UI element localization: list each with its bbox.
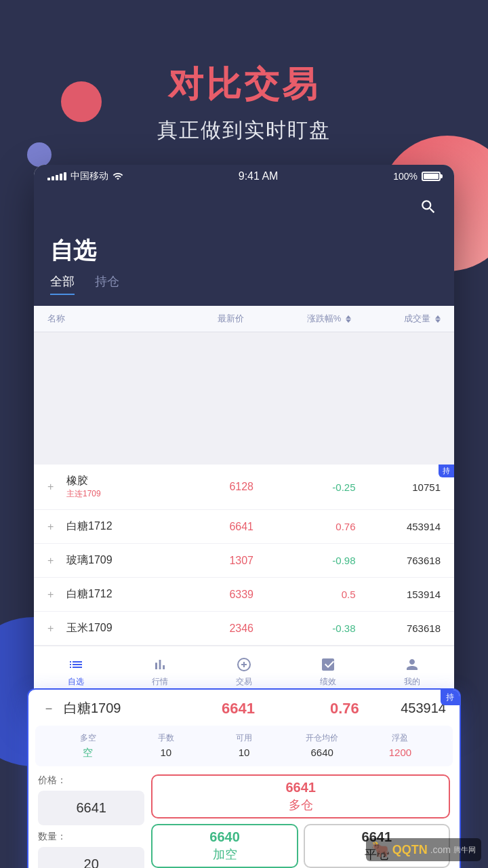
nav-profile[interactable]: 我的 — [370, 652, 454, 692]
sort-down-vol — [435, 319, 441, 323]
list-icon — [67, 656, 85, 673]
expanded-stock-info: － 白糖1709 6641 0.76 453914 — [28, 690, 460, 717]
nav-profile-label: 我的 — [404, 676, 420, 688]
tab-position[interactable]: 持仓 — [95, 273, 119, 295]
trade-icon — [235, 656, 253, 673]
watermark-brand: QQTN — [392, 843, 428, 857]
stock-name-4: 白糖1712 — [66, 587, 169, 601]
sort-up-vol — [435, 315, 441, 319]
add-short-button[interactable]: 6640 加空 — [151, 824, 298, 868]
pos-float-value: 1200 — [361, 747, 439, 758]
stock-price-2: 6641 — [169, 521, 253, 533]
chart-bar-icon — [151, 656, 169, 673]
sort-arrows-volume — [435, 315, 441, 323]
stock-volume-1: 10751 — [356, 481, 441, 493]
stock-volume-2: 453914 — [356, 521, 441, 532]
th-volume[interactable]: 成交量 — [351, 313, 441, 325]
signal-dot-2 — [52, 176, 54, 180]
watermark-site: 腾牛网 — [453, 845, 476, 855]
collapse-button[interactable]: － — [42, 699, 58, 717]
pos-direction-value: 空 — [49, 747, 127, 760]
signal-dot-1 — [47, 178, 50, 180]
table-header: 名称 最新价 涨跌幅% 成交量 — [34, 306, 454, 332]
pos-avg-value: 6640 — [283, 747, 361, 758]
stock-list: 持 + 橡胶 主连1709 6128 -0.25 10751 + 白糖1712 … — [34, 465, 454, 646]
signal-dot-4 — [60, 174, 62, 180]
list-item[interactable]: + 玉米1709 2346 -0.38 763618 — [34, 612, 454, 646]
nav-market-label: 行情 — [152, 676, 168, 688]
phone-mockup: 中国移动 9:41 AM 100% 自选 全部 持仓 名称 — [34, 165, 454, 705]
stock-change-2: 0.76 — [253, 521, 356, 532]
stock-change-3: -0.98 — [253, 555, 356, 566]
stock-change-5: -0.38 — [253, 623, 356, 634]
main-content: 持 － 白糖1709 6641 0.76 453914 多空 空 手数 — [34, 465, 454, 646]
stock-change-1: -0.25 — [253, 481, 356, 493]
sort-up — [346, 315, 351, 319]
stock-info-1: 橡胶 主连1709 — [66, 474, 169, 500]
buy-long-button[interactable]: 6641 多仓 — [151, 774, 450, 818]
nav-market[interactable]: 行情 — [118, 652, 202, 692]
nav-watchlist[interactable]: 自选 — [34, 652, 118, 692]
watchlist-title: 自选 — [50, 235, 438, 267]
plus-button-4[interactable]: + — [47, 589, 61, 601]
position-info: 多空 空 手数 10 可用 10 开仓均价 6640 浮盈 1200 — [35, 726, 453, 766]
nav-watchlist-label: 自选 — [68, 676, 84, 688]
qty-input[interactable]: 20 — [38, 847, 144, 868]
battery-percent: 100% — [393, 171, 418, 182]
status-time: 9:41 AM — [239, 170, 279, 182]
price-input-group: 价格： 6641 数量： 20 — [38, 774, 144, 868]
stock-price-1: 6128 — [169, 481, 253, 493]
expanded-stock-price: 6641 — [168, 700, 255, 717]
battery-fill — [424, 174, 439, 179]
list-item[interactable]: + 白糖1712 6641 0.76 453914 — [34, 510, 454, 544]
stock-name-5: 玉米1709 — [66, 621, 169, 635]
pos-hands-value: 10 — [127, 747, 205, 758]
stock-info-3: 玻璃1709 — [66, 553, 169, 568]
plus-button-2[interactable]: + — [47, 521, 61, 533]
stock-sub-1: 主连1709 — [66, 488, 169, 500]
pos-float: 浮盈 1200 — [361, 732, 439, 760]
stock-info-4: 白糖1712 — [66, 587, 169, 601]
wifi-icon — [113, 171, 123, 182]
expanded-row-main: － 白糖1709 6641 0.76 453914 — [42, 699, 446, 717]
pos-direction: 多空 空 — [49, 732, 127, 760]
hero-section: 对比交易 真正做到实时盯盘 — [0, 0, 488, 165]
plus-button-1[interactable]: + — [47, 481, 61, 493]
expanded-stock-name: 白糖1709 — [64, 699, 168, 717]
tab-all[interactable]: 全部 — [50, 273, 75, 295]
th-change[interactable]: 涨跌幅% — [244, 313, 351, 325]
stock-change-4: 0.5 — [253, 589, 356, 600]
qty-label: 数量： — [38, 831, 144, 843]
signal-dots — [47, 172, 66, 180]
list-item[interactable]: 持 + 橡胶 主连1709 6128 -0.25 10751 — [34, 465, 454, 510]
list-item[interactable]: + 白糖1712 6339 0.5 153914 — [34, 578, 454, 612]
row-badge-1: 持 — [439, 465, 454, 477]
th-name: 名称 — [47, 313, 155, 325]
price-input[interactable]: 6641 — [38, 791, 144, 825]
status-left: 中国移动 — [47, 170, 123, 182]
sort-down — [346, 319, 351, 323]
status-right: 100% — [393, 171, 441, 182]
th-price: 最新价 — [155, 313, 244, 325]
watermark: 🐂 QQTN .com 腾牛网 — [366, 838, 481, 861]
stock-name-3: 玻璃1709 — [66, 553, 169, 568]
battery-icon — [422, 172, 441, 181]
stock-price-3: 1307 — [169, 555, 253, 567]
stock-volume-3: 763618 — [356, 555, 441, 566]
app-header — [34, 188, 454, 230]
search-button[interactable] — [416, 195, 441, 219]
nav-trade[interactable]: 交易 — [202, 652, 286, 692]
plus-button-3[interactable]: + — [47, 555, 61, 567]
expanded-stock-change: 0.76 — [255, 700, 359, 717]
watermark-logo: 🐂 — [371, 841, 390, 859]
pos-available-value: 10 — [205, 747, 283, 758]
list-item[interactable]: + 玻璃1709 1307 -0.98 763618 — [34, 544, 454, 578]
plus-button-5[interactable]: + — [47, 623, 61, 635]
watermark-domain: .com — [430, 844, 451, 855]
signal-dot-3 — [56, 175, 58, 180]
nav-trade-label: 交易 — [236, 676, 252, 688]
stock-name-1: 橡胶 — [66, 474, 169, 488]
stock-name-2: 白糖1712 — [66, 519, 169, 534]
nav-performance[interactable]: 绩效 — [286, 652, 370, 692]
expanded-stock-volume: 453914 — [359, 701, 446, 716]
